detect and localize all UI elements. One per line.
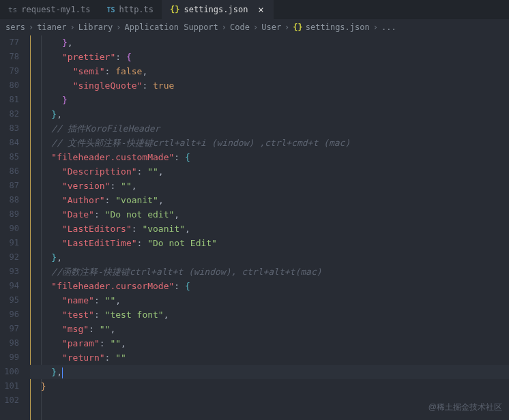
code-line[interactable]: },	[30, 35, 509, 50]
code-line[interactable]: "LastEditors": "voanit",	[30, 222, 509, 236]
code-line[interactable]: "semi": false,	[30, 64, 509, 78]
line-number: 78	[0, 50, 19, 64]
code-line[interactable]: "Date": "Do not edit",	[30, 207, 509, 222]
code-editor[interactable]: 7778798081828384858687888990919293949596…	[0, 35, 509, 420]
line-number: 95	[0, 293, 19, 308]
chevron-right-icon: ›	[29, 22, 33, 32]
line-number: 90	[0, 222, 19, 236]
chevron-right-icon: ›	[222, 22, 227, 32]
line-number: 100	[0, 365, 19, 379]
line-number: 84	[0, 136, 19, 150]
watermark: @稀土掘金技术社区	[428, 402, 502, 413]
line-number: 93	[0, 265, 19, 279]
line-number: 85	[0, 150, 19, 164]
line-number: 91	[0, 236, 19, 250]
line-number: 80	[0, 78, 19, 93]
tab-label: request-my1.ts	[21, 5, 90, 14]
tab-http-ts[interactable]: TS http.ts	[98, 0, 162, 19]
code-line[interactable]: },	[30, 107, 509, 121]
line-number: 101	[0, 379, 19, 393]
line-number: 81	[0, 93, 19, 107]
code-line[interactable]: "LastEditTime": "Do not Edit"	[30, 236, 509, 250]
chevron-right-icon: ›	[373, 22, 378, 32]
code-line[interactable]: }	[30, 93, 509, 107]
code-line[interactable]: "fileheader.customMade": {	[30, 150, 509, 164]
breadcrumb-part[interactable]: sers	[5, 22, 25, 32]
line-number: 77	[0, 35, 19, 50]
line-number: 88	[0, 193, 19, 207]
code-line[interactable]: // 插件KoroFileHeader	[30, 121, 509, 136]
ts-icon: TS	[106, 6, 115, 14]
code-line[interactable]: "name": "",	[30, 293, 509, 308]
breadcrumb[interactable]: sers › tianer › Library › Application Su…	[0, 19, 509, 35]
chevron-right-icon: ›	[253, 22, 258, 32]
code-line[interactable]: }	[30, 379, 509, 393]
code-line[interactable]: "fileheader.cursorMode": {	[30, 279, 509, 293]
code-line[interactable]: // 文件头部注释-快捷键crtl+alt+i (window) ,ctrl+c…	[30, 136, 509, 150]
ts-icon: ts	[8, 5, 17, 14]
line-number: 82	[0, 107, 19, 121]
code-lines[interactable]: }, "prettier": { "semi": false, "singleQ…	[30, 35, 509, 408]
tab-settings-json[interactable]: {} settings.json ×	[162, 0, 274, 19]
line-number: 87	[0, 179, 19, 193]
chevron-right-icon: ›	[116, 22, 121, 32]
code-line[interactable]: "return": ""	[30, 350, 509, 365]
code-line[interactable]: "msg": "",	[30, 322, 509, 336]
breadcrumb-part[interactable]: Application Support	[125, 22, 218, 32]
code-line[interactable]: "param": "",	[30, 336, 509, 350]
breadcrumb-part[interactable]: User	[261, 22, 281, 32]
line-number: 89	[0, 207, 19, 222]
code-line[interactable]: "singleQuote": true	[30, 78, 509, 93]
code-line[interactable]: },	[30, 250, 509, 265]
breadcrumb-part[interactable]: tianer	[37, 22, 66, 32]
tab-bar: ts request-my1.ts TS http.ts {} settings…	[0, 0, 509, 19]
close-icon[interactable]: ×	[256, 5, 265, 14]
line-number: 102	[0, 393, 19, 408]
code-area[interactable]: }, "prettier": { "semi": false, "singleQ…	[30, 35, 509, 420]
line-number: 99	[0, 350, 19, 365]
code-line[interactable]: "version": "",	[30, 179, 509, 193]
line-number: 92	[0, 250, 19, 265]
line-number-gutter: 7778798081828384858687888990919293949596…	[0, 35, 30, 420]
line-number: 83	[0, 121, 19, 136]
chevron-right-icon: ›	[70, 22, 75, 32]
code-line[interactable]: },	[30, 365, 509, 379]
breadcrumb-part[interactable]: Library	[78, 22, 113, 32]
line-number: 86	[0, 164, 19, 179]
tab-label: http.ts	[119, 5, 154, 14]
line-number: 94	[0, 279, 19, 293]
breadcrumb-file[interactable]: {} settings.json	[293, 22, 369, 32]
code-line[interactable]: "prettier": {	[30, 50, 509, 64]
json-icon: {}	[293, 22, 302, 32]
code-line[interactable]: "Descripttion": "",	[30, 164, 509, 179]
line-number: 97	[0, 322, 19, 336]
breadcrumb-part[interactable]: Code	[230, 22, 250, 32]
tab-request-my1[interactable]: ts request-my1.ts	[0, 0, 98, 19]
code-line[interactable]: "Author": "voanit",	[30, 193, 509, 207]
line-number: 98	[0, 336, 19, 350]
json-icon: {}	[170, 5, 179, 14]
code-line[interactable]: "test": "test font",	[30, 308, 509, 322]
chevron-right-icon: ›	[285, 22, 289, 32]
line-number: 79	[0, 64, 19, 78]
breadcrumb-tail[interactable]: ...	[381, 22, 396, 32]
code-line[interactable]: //函数注释-快捷键ctrl+alt+t (window), ctrl+alt+…	[30, 265, 509, 279]
tab-label: settings.json	[184, 5, 248, 14]
line-number: 96	[0, 308, 19, 322]
